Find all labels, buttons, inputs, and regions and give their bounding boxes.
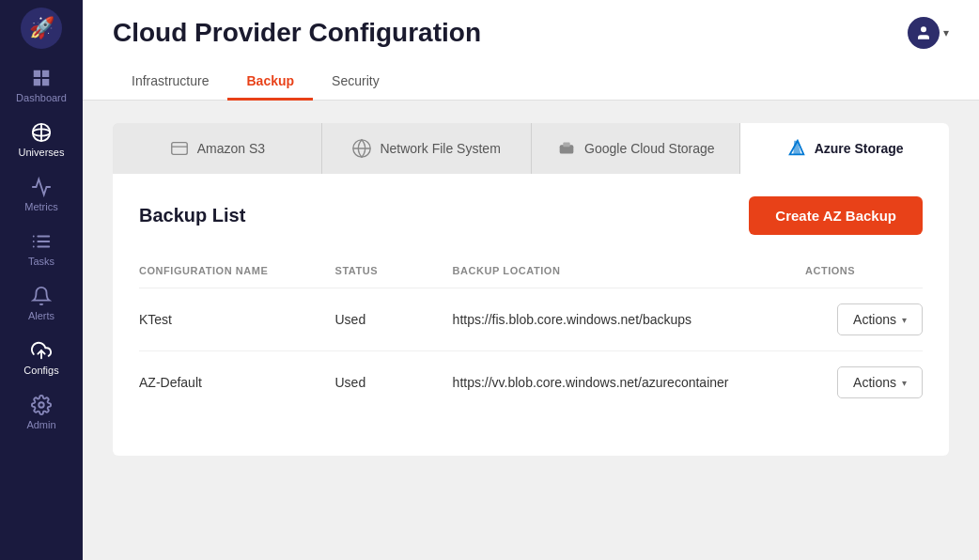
nfs-icon xyxy=(351,138,372,159)
col-header-actions: Actions xyxy=(805,257,923,288)
sidebar-item-label: Admin xyxy=(26,419,55,430)
svg-rect-12 xyxy=(171,143,187,155)
page-title: Cloud Provider Configuration xyxy=(113,18,481,48)
header-top: Cloud Provider Configuration ▾ xyxy=(113,17,949,49)
admin-icon xyxy=(31,395,52,415)
sidebar-item-tasks[interactable]: Tasks xyxy=(0,220,83,274)
storage-tab-nfs-label: Network File System xyxy=(380,141,500,156)
storage-tab-nfs[interactable]: Network File System xyxy=(322,123,532,174)
sidebar-item-dashboard[interactable]: Dashboard xyxy=(0,56,83,111)
row1-location: https://fis.blob.core.windows.net/backup… xyxy=(453,288,805,351)
sidebar-item-admin[interactable]: Admin xyxy=(0,383,83,438)
backup-panel-header: Backup List Create AZ Backup xyxy=(139,196,923,235)
universes-icon xyxy=(31,122,52,143)
metrics-icon xyxy=(31,177,52,197)
table-row: AZ-Default Used https://vv.blob.core.win… xyxy=(139,351,923,414)
row2-actions-cell: Actions ▾ xyxy=(805,351,923,414)
row2-location: https://vv.blob.core.windows.net/azureco… xyxy=(453,351,805,414)
sidebar-item-configs[interactable]: Configs xyxy=(0,329,83,383)
sidebar-item-label: Dashboard xyxy=(16,92,67,103)
dashboard-icon xyxy=(31,68,52,88)
sidebar-item-label: Alerts xyxy=(28,310,54,321)
col-header-location: Backup Location xyxy=(453,257,805,288)
main-content: Cloud Provider Configuration ▾ Infrastru… xyxy=(83,0,979,560)
backup-list-title: Backup List xyxy=(139,205,245,226)
row2-status: Used xyxy=(335,351,453,414)
svg-point-10 xyxy=(39,402,44,408)
row1-actions-button[interactable]: Actions ▾ xyxy=(837,303,923,335)
storage-tab-azure[interactable]: Azure Storage xyxy=(740,123,949,174)
backup-table-body: KTest Used https://fis.blob.core.windows… xyxy=(139,288,923,414)
col-header-status: Status xyxy=(335,257,453,288)
storage-tabs: Amazon S3 Network File System Google Clo… xyxy=(113,123,949,174)
gcs-icon xyxy=(556,138,577,159)
sidebar-item-metrics[interactable]: Metrics xyxy=(0,165,83,220)
chevron-down-icon: ▾ xyxy=(902,378,907,388)
sidebar-item-universes[interactable]: Universes xyxy=(0,111,83,165)
storage-tab-gcs[interactable]: Google Cloud Storage xyxy=(532,123,741,174)
user-avatar xyxy=(908,17,940,49)
svg-point-11 xyxy=(921,26,926,32)
header: Cloud Provider Configuration ▾ Infrastru… xyxy=(83,0,979,101)
user-icon xyxy=(915,24,932,41)
user-menu-button[interactable]: ▾ xyxy=(908,17,949,49)
sidebar: 🚀 Dashboard Universes Metrics Tasks Aler… xyxy=(0,0,83,560)
storage-tab-azure-label: Azure Storage xyxy=(815,141,904,156)
storage-tab-amazon-s3[interactable]: Amazon S3 xyxy=(113,123,322,174)
sidebar-item-label: Tasks xyxy=(28,256,54,267)
tab-security[interactable]: Security xyxy=(313,64,398,101)
row1-status: Used xyxy=(335,288,453,351)
storage-tab-gcs-label: Google Cloud Storage xyxy=(584,141,715,156)
azure-icon xyxy=(786,138,807,159)
backup-table: Configuration Name Status Backup Locatio… xyxy=(139,257,923,413)
tasks-icon xyxy=(31,231,52,252)
row1-actions-cell: Actions ▾ xyxy=(805,288,923,351)
tab-backup[interactable]: Backup xyxy=(227,64,313,101)
chevron-down-icon: ▾ xyxy=(902,315,907,325)
create-az-backup-button[interactable]: Create AZ Backup xyxy=(749,196,923,235)
alerts-icon xyxy=(31,286,52,306)
table-row: KTest Used https://fis.blob.core.windows… xyxy=(139,288,923,351)
content-area: Amazon S3 Network File System Google Clo… xyxy=(83,101,979,560)
storage-tab-amazon-s3-label: Amazon S3 xyxy=(197,141,265,156)
logo-icon: 🚀 xyxy=(21,8,62,49)
chevron-down-icon: ▾ xyxy=(943,26,949,39)
backup-panel: Backup List Create AZ Backup Configurati… xyxy=(113,174,949,456)
sidebar-logo: 🚀 xyxy=(0,0,83,56)
backup-table-header: Configuration Name Status Backup Locatio… xyxy=(139,257,923,288)
col-header-name: Configuration Name xyxy=(139,257,335,288)
row1-name: KTest xyxy=(139,288,335,351)
sidebar-item-alerts[interactable]: Alerts xyxy=(0,274,83,329)
row2-name: AZ-Default xyxy=(139,351,335,414)
tab-infrastructure[interactable]: Infrastructure xyxy=(113,64,227,101)
sidebar-item-label: Universes xyxy=(19,147,65,158)
row2-actions-button[interactable]: Actions ▾ xyxy=(837,366,923,398)
sidebar-item-label: Configs xyxy=(23,365,58,376)
header-tabs: Infrastructure Backup Security xyxy=(113,64,949,100)
sidebar-item-label: Metrics xyxy=(24,201,57,212)
amazon-s3-icon xyxy=(169,138,190,159)
svg-rect-16 xyxy=(563,143,569,148)
configs-icon xyxy=(31,340,52,361)
